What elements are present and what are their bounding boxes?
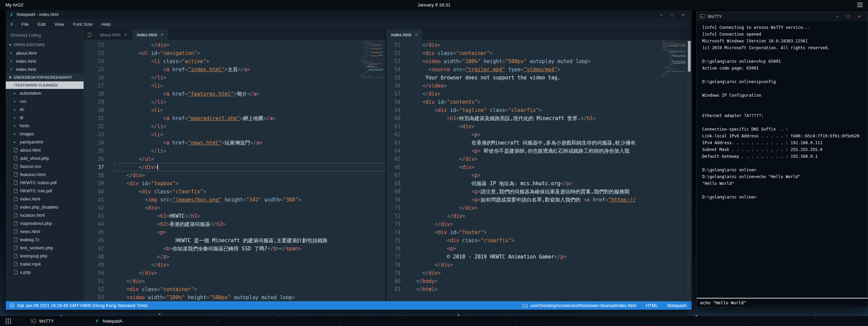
code-line[interactable]: </div>: [410, 212, 692, 220]
open-editors-section[interactable]: ▾ OPEN EDITORS: [6, 41, 84, 49]
code-line[interactable]: <video width="100%" height="500px" autop…: [410, 57, 692, 65]
folder-css[interactable]: ▸css: [6, 97, 84, 105]
code-line[interactable]: <p>: [410, 131, 692, 139]
file-features.html[interactable]: features.html: [6, 170, 84, 178]
code-line[interactable]: </div>: [114, 163, 385, 171]
code-line[interactable]: <div id="contents">: [410, 98, 692, 106]
terminal-output[interactable]: [info] Connecting to arozos WsTTY servic…: [697, 21, 868, 298]
tab-index.html[interactable]: index.html×: [386, 30, 423, 40]
code-line[interactable]: Your browser does not support the video …: [410, 74, 692, 82]
file-about.html[interactable]: about.html: [6, 146, 84, 154]
open-editor-about.html[interactable]: ×about.html: [6, 49, 84, 57]
menu-icon[interactable]: [857, 3, 863, 7]
scrollbar[interactable]: [687, 40, 692, 301]
file-HKWTC rule.pdf[interactable]: HKWTC rule.pdf: [6, 187, 84, 195]
language-label[interactable]: HTML: [646, 303, 658, 308]
code-line[interactable]: <li>: [114, 131, 385, 139]
code-line[interactable]: </div>: [114, 171, 385, 179]
code-area[interactable]: </div> <div class="container"> <video wi…: [407, 40, 692, 301]
menu-edit[interactable]: Edit: [33, 20, 50, 28]
file-teabag.7z[interactable]: teabag.7z: [6, 235, 84, 244]
notepad-titlebar[interactable]: NotepadA - index.html – □ ×: [6, 10, 692, 19]
close-icon[interactable]: ×: [10, 59, 14, 64]
file-testmysql.php[interactable]: testmysql.php: [6, 252, 84, 260]
file-add_vhost.php[interactable]: add_vhost.php: [6, 154, 84, 162]
minimize-button[interactable]: –: [832, 14, 843, 19]
code-line[interactable]: </li>: [114, 74, 385, 82]
close-icon[interactable]: ×: [10, 67, 14, 72]
code-line[interactable]: </li>: [114, 122, 385, 131]
file-trailer.mp4[interactable]: trailer.mp4: [6, 260, 84, 268]
menu-view[interactable]: View: [50, 20, 69, 28]
wstty-titlebar[interactable]: WsTTY – □ ×: [697, 12, 868, 21]
code-line[interactable]: </div>: [114, 41, 385, 49]
folder-fonts[interactable]: ▸fonts: [6, 121, 84, 130]
code-line[interactable]: <p>: [114, 228, 385, 236]
code-line[interactable]: <a href="features.html">簡介</a>: [114, 90, 385, 98]
menu-help[interactable]: Help: [97, 20, 115, 28]
code-line[interactable]: <a href="mapredirect.php">網上地圖</a>: [114, 114, 385, 122]
code-line[interactable]: <b>你知道我們全條伺服器已轉用 SSD 了嗎?</b></span>: [114, 245, 385, 253]
file-mapredirect.php[interactable]: mapredirect.php: [6, 219, 84, 227]
code-line[interactable]: <p>: [410, 171, 692, 179]
folder-images[interactable]: ▸images: [6, 130, 84, 138]
code-line[interactable]: 在香港的Minecraft 伺服器中,多為小遊戲和純生存的伺服器,較少擁有: [410, 139, 692, 147]
file-HKWTC notice.pdf[interactable]: HKWTC notice.pdf: [6, 178, 84, 187]
code-line[interactable]: </p>: [114, 253, 385, 261]
tab-index.html[interactable]: index.html×: [132, 30, 169, 40]
code-line[interactable]: <div>: [114, 204, 385, 212]
code-line[interactable]: <div class="container">: [114, 285, 385, 293]
code-line[interactable]: <p>如有問題或需要申請白名單,歡迎加入我們的 <a href="https:/…: [410, 196, 692, 204]
code-line[interactable]: </div>: [410, 204, 692, 212]
close-button[interactable]: ×: [678, 12, 689, 17]
code-line[interactable]: <div>: [410, 122, 692, 131]
folder-dc[interactable]: ▸dc: [6, 105, 84, 113]
code-line[interactable]: <p>請注意,我們的伺服器為確保玩家及遊玩時的質素,我們對的服務開: [410, 188, 692, 196]
code-line[interactable]: <div class="clearfix">: [114, 188, 385, 196]
scrollbar-thumb[interactable]: [688, 41, 691, 72]
maximize-button[interactable]: □: [667, 13, 678, 17]
code-line[interactable]: </ul>: [114, 155, 385, 163]
file-news.html[interactable]: news.html: [6, 227, 84, 235]
code-line[interactable]: <div id="tagline" class="clearfix">: [410, 106, 692, 114]
code-line[interactable]: <div class="container">: [410, 49, 692, 57]
code-editor-right[interactable]: 5152535455565758596061626364656667686970…: [386, 40, 692, 301]
code-line[interactable]: </div>: [114, 261, 385, 269]
file-index.php_disabled[interactable]: index.php_disabled: [6, 203, 84, 211]
code-area[interactable]: </div> <ul id="navigation"> <li class="a…: [111, 40, 385, 301]
open-editor-index.html[interactable]: ×index.html: [6, 57, 84, 65]
folder-yamlyamlml[interactable]: ▸yamlyamlml: [6, 138, 84, 146]
tab-about.html[interactable]: about.html×: [95, 30, 132, 40]
file-favicon.ico[interactable]: favicon.ico: [6, 162, 84, 170]
code-line[interactable]: <a href="index.html">主頁</a>: [114, 65, 385, 74]
code-line[interactable]: <div id="topbox">: [114, 179, 385, 188]
file-test_sockets.php[interactable]: test_sockets.php: [6, 244, 84, 252]
tab-close-icon[interactable]: ×: [124, 32, 127, 37]
file-location.html[interactable]: location.html: [6, 211, 84, 219]
code-line[interactable]: <img src="images/box.png" height="342" w…: [114, 196, 385, 204]
taskbar-item-wstty[interactable]: WsTTY: [26, 319, 58, 324]
code-editor-left[interactable]: 2223242526272829303132333435363738394041…: [84, 40, 385, 301]
code-line[interactable]: <li>: [114, 106, 385, 114]
code-line[interactable]: </div>: [410, 155, 692, 163]
code-line[interactable]: <video width="100%" height="500px" autop…: [114, 293, 385, 301]
code-line[interactable]: <li>: [114, 82, 385, 90]
close-icon[interactable]: ×: [10, 51, 14, 56]
taskbar-item-notepada[interactable]: NotepadA: [90, 319, 127, 324]
code-line[interactable]: <source src="trailer.mp4" type="video/mp…: [410, 65, 692, 74]
code-line[interactable]: </div>: [410, 220, 692, 228]
code-line[interactable]: </video>: [410, 82, 692, 90]
menu-font-size[interactable]: Font Size: [69, 20, 97, 28]
code-line[interactable]: </div>: [410, 90, 692, 98]
code-line[interactable]: </div>: [410, 261, 692, 269]
code-line[interactable]: <ul id="navigation">: [114, 49, 385, 57]
workspace-folder-header-selected[interactable]: /TEST/WWW CLEANED/: [6, 81, 84, 89]
code-line[interactable]: 伺服器 IP 地址為: mcs.hkwtc.org</p>: [410, 179, 692, 188]
code-line[interactable]: <h1>特別為建築及鐵路而設,現代化的 Minecraft 世界.</h1>: [410, 114, 692, 122]
code-line[interactable]: </li>: [114, 98, 385, 106]
code-line[interactable]: <li class="active">: [114, 57, 385, 65]
folder-dl[interactable]: ▸dl: [6, 113, 84, 121]
code-line[interactable]: <div>: [410, 163, 692, 171]
code-line[interactable]: <h1>HKWTC</h1>: [114, 212, 385, 220]
file-x.php[interactable]: x.php: [6, 268, 84, 276]
